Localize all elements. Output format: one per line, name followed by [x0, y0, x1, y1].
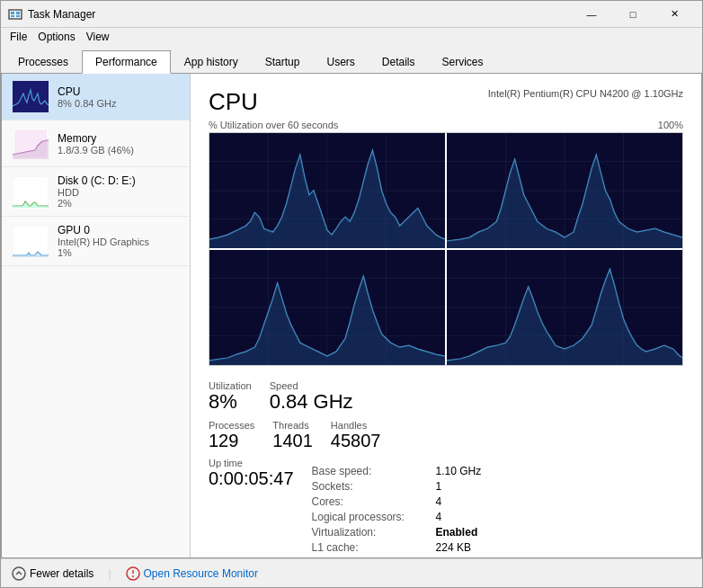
- sidebar-item-gpu[interactable]: GPU 0 Intel(R) HD Graphics 1%: [2, 217, 190, 266]
- bottom-bar: Fewer details | Open Resource Monitor: [1, 558, 702, 587]
- cpu-graphs-grid: [209, 132, 683, 366]
- spec-val-0: 1.10 GHz: [436, 465, 482, 477]
- fewer-details-icon: [12, 566, 26, 581]
- spec-key-1: Sockets:: [312, 480, 429, 493]
- spec-key-6: L2 cache:: [312, 557, 429, 557]
- open-monitor-icon: [126, 566, 140, 581]
- utilization-value: 8%: [209, 391, 252, 413]
- memory-mini-chart: [13, 128, 49, 159]
- tab-users[interactable]: Users: [313, 50, 368, 74]
- sidebar: CPU 8% 0.84 GHz Memory 1.8/3.9 GB (46%): [2, 74, 191, 557]
- tab-app-history[interactable]: App history: [171, 50, 252, 74]
- main-content: CPU 8% 0.84 GHz Memory 1.8/3.9 GB (46%): [1, 74, 702, 558]
- memory-label: Memory: [58, 132, 134, 145]
- graph-core-1: [447, 133, 682, 248]
- maximize-button[interactable]: □: [612, 1, 654, 28]
- spec-l1: L1 cache: 224 KB: [312, 541, 482, 554]
- title-bar-left: Task Manager: [8, 7, 95, 22]
- detail-title: CPU: [209, 88, 258, 116]
- chart-label-text: % Utilization over 60 seconds: [209, 120, 338, 130]
- detail-panel: CPU Intel(R) Pentium(R) CPU N4200 @ 1.10…: [191, 74, 701, 557]
- processes-value: 129: [209, 431, 254, 450]
- menu-options[interactable]: Options: [32, 29, 80, 45]
- spec-l2: L2 cache: 2.0 MB: [312, 557, 482, 557]
- processes-group: Processes 129: [209, 420, 254, 450]
- gpu-name: Intel(R) HD Graphics: [58, 236, 149, 247]
- tab-details[interactable]: Details: [369, 50, 429, 74]
- disk-type: HDD: [58, 187, 136, 198]
- chart-label-row: % Utilization over 60 seconds 100%: [209, 120, 683, 130]
- cpu-mini-chart: [13, 81, 49, 112]
- processes-label: Processes: [209, 420, 254, 431]
- spec-val-5: 224 KB: [436, 541, 471, 554]
- spec-sockets: Sockets: 1: [312, 480, 482, 493]
- menu-file[interactable]: File: [4, 29, 32, 45]
- chart-percent: 100%: [658, 120, 683, 130]
- spec-virt: Virtualization: Enabled: [312, 526, 482, 539]
- detail-header: CPU Intel(R) Pentium(R) CPU N4200 @ 1.10…: [209, 88, 683, 116]
- title-bar: Task Manager — □ ✕: [1, 1, 702, 28]
- svg-rect-9: [13, 176, 49, 208]
- uptime-label: Up time: [209, 458, 294, 468]
- spec-val-3: 4: [436, 511, 442, 523]
- gpu-sidebar-info: GPU 0 Intel(R) HD Graphics 1%: [58, 224, 149, 258]
- app-icon: [8, 7, 22, 22]
- handles-group: Handles 45807: [331, 420, 381, 450]
- spec-key-3: Logical processors:: [312, 511, 429, 523]
- graph-core-3: [447, 250, 682, 365]
- sidebar-item-cpu[interactable]: CPU 8% 0.84 GHz: [2, 74, 190, 120]
- graph-core-2: [209, 250, 445, 365]
- tab-performance[interactable]: Performance: [82, 50, 171, 74]
- speed-group: Speed 0.84 GHz: [270, 380, 353, 413]
- handles-label: Handles: [331, 420, 381, 431]
- task-manager-window: Task Manager — □ ✕ File Options View Pro…: [0, 0, 703, 588]
- speed-value: 0.84 GHz: [270, 391, 353, 413]
- spec-key-0: Base speed:: [312, 465, 429, 477]
- cpu-stats: 8% 0.84 GHz: [58, 98, 116, 109]
- close-button[interactable]: ✕: [654, 1, 695, 28]
- spec-key-2: Cores:: [312, 495, 429, 508]
- spec-base-speed: Base speed: 1.10 GHz: [312, 465, 482, 477]
- bottom-separator: |: [108, 567, 111, 580]
- svg-rect-5: [13, 81, 49, 112]
- window-controls: — □ ✕: [571, 1, 695, 28]
- sidebar-item-disk[interactable]: Disk 0 (C: D: E:) HDD 2%: [2, 167, 190, 217]
- graph-core-0: [209, 133, 445, 248]
- window-title: Task Manager: [28, 8, 95, 21]
- tab-processes[interactable]: Processes: [4, 50, 82, 74]
- spec-val-4: Enabled: [436, 526, 478, 539]
- memory-stats: 1.8/3.9 GB (46%): [58, 145, 134, 156]
- fewer-details-button[interactable]: Fewer details: [12, 566, 93, 581]
- handles-value: 45807: [331, 431, 381, 450]
- sidebar-item-memory[interactable]: Memory 1.8/3.9 GB (46%): [2, 120, 190, 167]
- threads-group: Threads 1401: [272, 420, 313, 450]
- disk-sidebar-info: Disk 0 (C: D: E:) HDD 2%: [58, 174, 136, 209]
- spec-key-4: Virtualization:: [312, 526, 429, 539]
- detail-subtitle: Intel(R) Pentium(R) CPU N4200 @ 1.10GHz: [488, 88, 683, 99]
- memory-sidebar-info: Memory 1.8/3.9 GB (46%): [58, 132, 134, 156]
- spec-cores: Cores: 4: [312, 495, 482, 508]
- gpu-label: GPU 0: [58, 224, 149, 236]
- svg-point-48: [132, 575, 134, 577]
- spec-val-1: 1: [436, 480, 442, 493]
- threads-label: Threads: [272, 420, 313, 431]
- svg-rect-3: [11, 15, 14, 17]
- utilization-group: Utilization 8%: [209, 380, 252, 413]
- cpu-sidebar-info: CPU 8% 0.84 GHz: [58, 85, 116, 109]
- minimize-button[interactable]: —: [571, 1, 612, 28]
- spec-key-5: L1 cache:: [312, 541, 429, 554]
- open-resource-monitor-button[interactable]: Open Resource Monitor: [126, 566, 258, 581]
- tab-bar: Processes Performance App history Startu…: [1, 46, 702, 74]
- svg-rect-11: [13, 226, 49, 257]
- svg-rect-4: [16, 15, 20, 17]
- svg-rect-2: [16, 12, 20, 14]
- uptime-group: Up time 0:00:05:47: [209, 458, 294, 557]
- gpu-mini-chart: [13, 226, 49, 257]
- fewer-details-label: Fewer details: [30, 567, 93, 580]
- tab-services[interactable]: Services: [429, 50, 497, 74]
- menu-view[interactable]: View: [81, 29, 115, 45]
- specs-list: Base speed: 1.10 GHz Sockets: 1 Cores: 4: [312, 465, 482, 557]
- threads-value: 1401: [272, 431, 313, 450]
- spec-logical: Logical processors: 4: [312, 511, 482, 523]
- tab-startup[interactable]: Startup: [252, 50, 314, 74]
